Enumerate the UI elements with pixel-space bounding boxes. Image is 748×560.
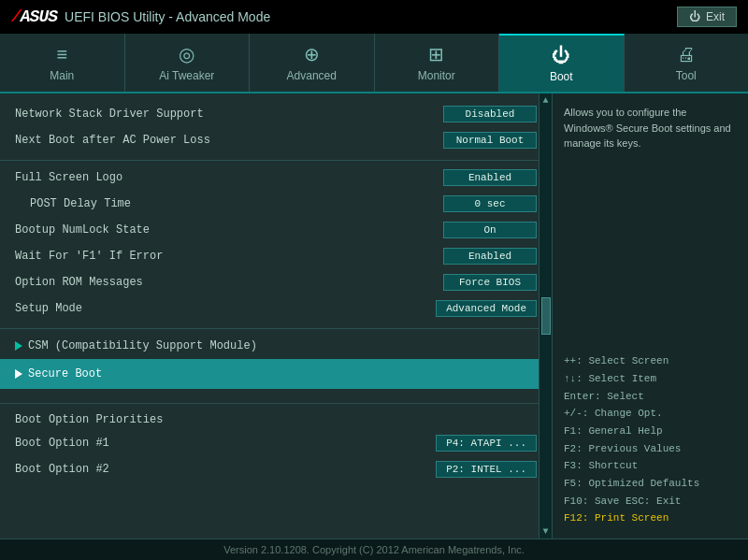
- numlock-value[interactable]: On: [443, 222, 537, 238]
- shortcut-item: F10: Save ESC: Exit: [564, 493, 737, 510]
- network-stack-value[interactable]: Disabled: [443, 106, 537, 122]
- tab-monitor-label: Monitor: [418, 69, 455, 82]
- divider-3: [0, 396, 552, 404]
- tab-main[interactable]: ≡ Main: [0, 34, 125, 92]
- shortcut-action: Select Screen: [588, 355, 669, 366]
- secure-boot-row[interactable]: Secure Boot: [0, 359, 552, 389]
- shortcut-item: F5: Optimized Defaults: [564, 475, 737, 493]
- advanced-icon: ⊕: [304, 43, 320, 65]
- shortcut-item: F1: General Help: [564, 423, 737, 440]
- row-full-screen-logo[interactable]: Full Screen Logo Enabled: [0, 165, 552, 191]
- tab-main-label: Main: [50, 69, 74, 82]
- monitor-icon: ⊞: [428, 43, 444, 65]
- main-icon: ≡: [56, 44, 67, 65]
- scrollbar[interactable]: ▲ ▼: [539, 93, 552, 538]
- asus-logo: /ASUS: [11, 7, 57, 26]
- shortcut-action: Previous Values: [588, 443, 681, 454]
- shortcut-action: Optimized Defaults: [588, 478, 699, 489]
- scrollbar-up-arrow[interactable]: ▲: [542, 95, 548, 106]
- scrollbar-down-arrow[interactable]: ▼: [542, 526, 548, 537]
- shortcut-action: Change Opt.: [595, 408, 663, 419]
- nav-tabs: ≡ Main ◎ Ai Tweaker ⊕ Advanced ⊞ Monitor…: [0, 34, 748, 93]
- shortcut-item: F2: Previous Values: [564, 440, 737, 458]
- shortcut-key: +/-:: [564, 408, 588, 419]
- boot-option-2-label: Boot Option #2: [15, 463, 109, 476]
- row-numlock[interactable]: Bootup NumLock State On: [0, 217, 552, 243]
- shortcut-key: F3:: [564, 460, 583, 471]
- row-boot-option-2[interactable]: Boot Option #2 P2: INTEL ...: [15, 456, 537, 482]
- wait-f1-value[interactable]: Enabled: [443, 248, 537, 265]
- tab-tool[interactable]: 🖨 Tool: [625, 34, 749, 92]
- row-wait-f1[interactable]: Wait For 'F1' If Error Enabled: [0, 243, 552, 269]
- tab-advanced[interactable]: ⊕ Advanced: [250, 34, 375, 92]
- csm-label: CSM (Compatibility Support Module): [28, 339, 257, 352]
- numlock-label: Bootup NumLock State: [15, 223, 150, 237]
- shortcut-action: Select Item: [588, 373, 656, 384]
- post-delay-value[interactable]: 0 sec: [443, 195, 537, 212]
- boot-option-1-label: Boot Option #1: [15, 437, 109, 450]
- shortcut-item: +/-: Change Opt.: [564, 405, 737, 423]
- full-screen-logo-value[interactable]: Enabled: [443, 169, 537, 186]
- header-title: UEFI BIOS Utility - Advanced Mode: [65, 9, 270, 24]
- shortcut-item: ↑↓: Select Item: [564, 370, 737, 388]
- tool-icon: 🖨: [677, 44, 696, 65]
- csm-arrow-icon: [15, 341, 22, 351]
- ai-tweaker-icon: ◎: [179, 43, 194, 65]
- tab-tool-label: Tool: [676, 69, 697, 82]
- post-delay-label: POST Delay Time: [30, 197, 131, 210]
- shortcut-item: F12: Print Screen: [564, 510, 737, 527]
- header: /ASUS UEFI BIOS Utility - Advanced Mode …: [0, 0, 748, 34]
- shortcut-key: Enter:: [564, 391, 601, 402]
- wait-f1-label: Wait For 'F1' If Error: [15, 250, 163, 263]
- shortcut-key: F5:: [564, 478, 583, 489]
- setup-mode-label: Setup Mode: [15, 302, 82, 315]
- exit-button[interactable]: ⏻ Exit: [677, 7, 737, 27]
- shortcut-item: ++: Select Screen: [564, 352, 737, 370]
- shortcut-key: F10:: [564, 495, 588, 507]
- header-logo: /ASUS UEFI BIOS Utility - Advanced Mode: [11, 7, 270, 26]
- shortcut-action: General Help: [588, 425, 662, 437]
- tab-boot-label: Boot: [550, 70, 573, 83]
- row-network-stack[interactable]: Network Stack Driver Support Disabled: [0, 101, 552, 127]
- shortcut-action: Shortcut: [588, 460, 638, 471]
- shortcut-action: Print Screen: [595, 512, 669, 524]
- divider-1: [0, 153, 552, 161]
- left-panel: Network Stack Driver Support Disabled Ne…: [0, 93, 552, 538]
- option-rom-value[interactable]: Force BIOS: [443, 274, 537, 291]
- next-boot-value[interactable]: Normal Boot: [443, 132, 537, 149]
- main-content: Network Stack Driver Support Disabled Ne…: [0, 93, 748, 538]
- boot-option-2-value[interactable]: P2: INTEL ...: [436, 461, 537, 478]
- setup-mode-value[interactable]: Advanced Mode: [436, 300, 537, 317]
- shortcut-key: F1:: [564, 425, 583, 437]
- network-stack-label: Network Stack Driver Support: [15, 108, 204, 121]
- footer-text: Version 2.10.1208. Copyright (C) 2012 Am…: [223, 544, 525, 555]
- shortcut-action: Select: [607, 391, 644, 402]
- description-text: Allows you to configure the Windows® Sec…: [564, 105, 737, 151]
- row-next-boot[interactable]: Next Boot after AC Power Loss Normal Boo…: [0, 127, 552, 153]
- full-screen-logo-label: Full Screen Logo: [15, 171, 122, 184]
- row-post-delay[interactable]: POST Delay Time 0 sec: [0, 191, 552, 217]
- next-boot-label: Next Boot after AC Power Loss: [15, 134, 210, 147]
- tab-ai-tweaker[interactable]: ◎ Ai Tweaker: [125, 34, 251, 92]
- row-boot-option-1[interactable]: Boot Option #1 P4: ATAPI ...: [15, 430, 537, 456]
- csm-row[interactable]: CSM (Compatibility Support Module): [0, 333, 552, 359]
- divider-2: [0, 322, 552, 329]
- footer: Version 2.10.1208. Copyright (C) 2012 Am…: [0, 538, 748, 560]
- tab-advanced-label: Advanced: [287, 69, 337, 82]
- shortcut-item: F3: Shortcut: [564, 457, 737, 475]
- shortcut-key: F12:: [564, 512, 588, 524]
- shortcut-key: F2:: [564, 443, 583, 454]
- boot-option-1-value[interactable]: P4: ATAPI ...: [436, 435, 537, 452]
- tab-ai-tweaker-label: Ai Tweaker: [159, 69, 214, 82]
- shortcut-key: ++:: [564, 355, 583, 366]
- shortcut-item: Enter: Select: [564, 388, 737, 406]
- right-panel: Allows you to configure the Windows® Sec…: [552, 93, 748, 538]
- scrollbar-thumb[interactable]: [541, 297, 551, 335]
- tab-boot[interactable]: ⏻ Boot: [499, 34, 625, 92]
- boot-icon: ⏻: [552, 45, 570, 66]
- tab-monitor[interactable]: ⊞ Monitor: [375, 34, 500, 92]
- secure-boot-label: Secure Boot: [28, 367, 102, 381]
- row-setup-mode[interactable]: Setup Mode Advanced Mode: [0, 295, 552, 322]
- boot-priorities-title: Boot Option Priorities: [15, 413, 537, 426]
- row-option-rom[interactable]: Option ROM Messages Force BIOS: [0, 269, 552, 295]
